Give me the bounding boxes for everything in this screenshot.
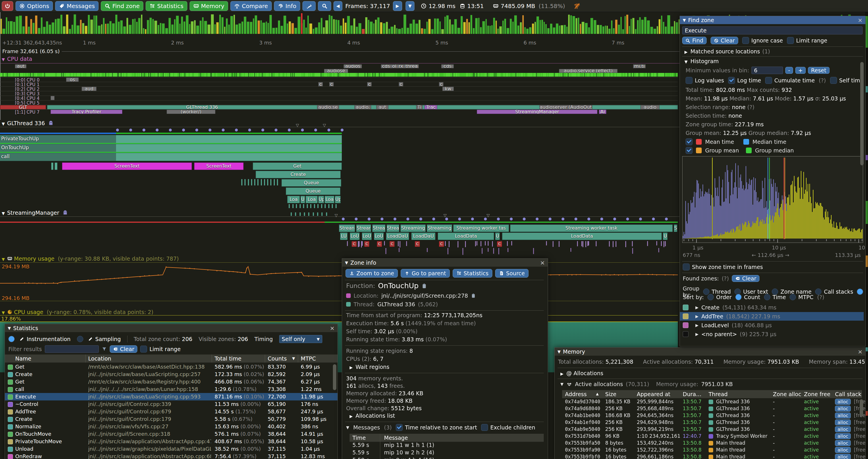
zone-bar[interactable]: Queue (281, 179, 341, 187)
find-zone-scrollbar[interactable] (860, 62, 864, 165)
close-icon[interactable]: × (540, 259, 545, 266)
zone-bar[interactable]: Loa (306, 196, 318, 203)
column-header-mtpc[interactable]: MTPC (301, 355, 316, 362)
zone-bar[interactable]: audios (343, 64, 362, 68)
message-dot-icon[interactable] (484, 218, 487, 221)
sort-by-count-dot[interactable] (735, 294, 742, 300)
message-dot-icon[interactable] (639, 218, 642, 221)
sort-by-count[interactable]: Count (735, 294, 760, 300)
timing-select[interactable]: Self only▼ (279, 335, 322, 343)
message-dot-icon[interactable] (613, 218, 616, 221)
zone-bar[interactable]: Strean (339, 225, 355, 232)
glthread-header[interactable]: ▼GLThread 336 (2, 120, 54, 126)
sort-by-time[interactable]: Time (764, 294, 786, 300)
statistics-button[interactable]: Statistics (146, 1, 187, 11)
zone-bar[interactable]: LoadDaU (411, 232, 435, 240)
message-row[interactable]: 5.59 smip 11 w 1 h 1 (1) (349, 442, 544, 449)
mem-col-7[interactable]: Call stack (835, 391, 861, 397)
zone-bar[interactable]: Ti (416, 105, 423, 109)
zone-bar[interactable]: LoadData (438, 232, 494, 240)
alloc-button[interactable]: alloc (835, 426, 851, 432)
allocation-row[interactable]: 0x74ab1ef040256 KB294,629,948ns13:50.7GL… (562, 419, 862, 426)
streaming-header[interactable]: ▼StreamingManager (2, 209, 68, 216)
log-time-checkbox-box[interactable] (728, 77, 735, 84)
sort-by-time-dot[interactable] (764, 294, 770, 300)
find-zone-histogram[interactable] (682, 156, 863, 243)
table-row[interactable]: AddTreejni/../jni/src/guif/Control.cpp:6… (5, 408, 338, 415)
instrumentation-radio[interactable]: Instrumentation (8, 336, 71, 342)
zone-bar[interactable]: LU (340, 232, 347, 240)
message-dot-icon[interactable] (341, 129, 343, 131)
zone-bar[interactable]: Tracy Profiler (51, 110, 122, 114)
log-values-checkbox-box[interactable] (686, 77, 692, 84)
message-dot-icon[interactable] (314, 129, 317, 131)
found-zone-row[interactable]: ▶AddTree(18,542) 227.19 ms (680, 312, 864, 321)
message-dot-icon[interactable] (497, 218, 500, 221)
allocation-row[interactable]: 0x74ab1be040186.68 KB294,645,364ns13:50.… (562, 413, 862, 419)
filter-clear-button[interactable]: Clear (110, 345, 137, 353)
zone-bar[interactable]: audio. (354, 105, 371, 109)
message-dot-icon[interactable] (355, 218, 358, 221)
allocation-row[interactable]: 0x74a9d68040256 KB295,668,489ns13:50.7GL… (562, 405, 862, 413)
power-button[interactable] (2, 1, 13, 11)
zone-bar[interactable]: LoadData (502, 232, 662, 240)
cpu-plot-header[interactable]: ▼CPU usage(y-range: 0.78%, visible data … (2, 309, 153, 315)
message-dot-icon[interactable] (561, 218, 564, 221)
table-row[interactable]: Unloadjni/../jni/src/claw/graphics/pixel… (5, 445, 338, 453)
message-dot-icon[interactable] (248, 129, 251, 131)
source-button[interactable]: Source (495, 269, 528, 277)
zone-bar[interactable]: U (663, 232, 668, 240)
reset-button[interactable]: Reset (808, 67, 830, 74)
zoom-to-zone-button[interactable]: Zoom to zone (345, 269, 398, 277)
show-zone-time-checkbox-box[interactable] (683, 264, 690, 270)
free-link[interactable]: [free] (854, 447, 866, 453)
zone-bar[interactable]: cds (441, 64, 454, 68)
table-row[interactable]: calljni/../jni/../../../src/claw/base/Lu… (5, 386, 338, 393)
zone-bar[interactable]: Create (256, 171, 341, 178)
table-row[interactable]: Get/mnt/e/claw/src/claw/base/Registry.hp… (5, 378, 338, 386)
stats-limit-range-box[interactable] (140, 346, 147, 353)
free-link[interactable]: [free] (854, 426, 866, 432)
sort-by-mtpc[interactable]: MTPC (789, 294, 813, 300)
statistics-scrollbar[interactable] (333, 364, 336, 390)
legend-checkbox-2[interactable] (686, 147, 692, 154)
message-dot-icon[interactable] (510, 218, 513, 221)
sort-by-mtpc-dot[interactable] (789, 294, 796, 300)
message-dot-icon[interactable] (575, 218, 577, 221)
found-zone-row[interactable]: ▶Create(54,131) 643.34 ms (680, 303, 864, 312)
column-header-name[interactable]: Name (15, 355, 31, 362)
filter-input[interactable] (45, 345, 99, 353)
zone-bar[interactable]: c (318, 82, 323, 87)
msg-col-message[interactable]: Message (384, 435, 408, 441)
zone-bar[interactable] (55, 162, 57, 170)
alloc-button[interactable]: alloc (835, 454, 851, 459)
instrumentation-radio-dot[interactable] (8, 336, 14, 342)
statistics-button[interactable]: Statistics (453, 269, 492, 277)
exclude-children-checkbox[interactable]: Exclude children (481, 424, 535, 431)
zone-bar[interactable]: audio.se (317, 105, 339, 109)
messages-button[interactable]: Messages (55, 1, 98, 11)
time-relative-checkbox-box[interactable] (396, 424, 403, 431)
copy-zone[interactable]: C (390, 241, 395, 247)
allocation-row[interactable]: 0x74a9d37040186.35 KB295,999,844ns13:50.… (562, 399, 862, 405)
zone-bar[interactable]: Get (253, 162, 342, 170)
glthread-lane[interactable]: call (0, 153, 342, 161)
zone-bar[interactable]: U (495, 232, 500, 240)
table-row[interactable]: OnRedrawjni/../jni/src/claw/application/… (5, 453, 338, 459)
zone-bar[interactable]: c (367, 82, 372, 87)
message-dot-icon[interactable] (445, 218, 448, 221)
message-dot-icon[interactable] (406, 218, 409, 221)
free-link[interactable]: [free] (854, 454, 866, 459)
zone-bar[interactable]: Ai (599, 110, 606, 114)
message-dot-icon[interactable] (195, 129, 198, 131)
cumulate-time-checkbox[interactable]: Cumulate time(?) (765, 77, 826, 84)
frame-next-button[interactable]: ▶ (393, 1, 402, 11)
sampling-radio-dot[interactable] (77, 336, 83, 342)
zone-bar[interactable]: StreamingManager (477, 110, 597, 114)
zone-bar[interactable]: Strea (386, 225, 399, 232)
zone-bar[interactable]: aud (82, 87, 96, 91)
zone-bar[interactable]: Strear (356, 225, 371, 232)
zone-bar[interactable]: mi.ti (633, 64, 646, 68)
find-zone-input[interactable]: Execute (682, 26, 863, 34)
min-bin-input[interactable]: 6 (751, 67, 783, 74)
